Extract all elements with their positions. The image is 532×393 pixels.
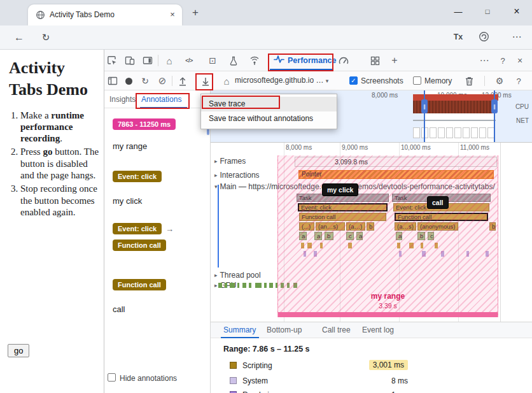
translate-icon[interactable]: Tx <box>451 29 466 45</box>
screenshots-checkbox[interactable]: ✓ <box>349 76 358 85</box>
reload-record-icon[interactable]: ↻ <box>138 74 152 88</box>
flame-bar[interactable]: (an…s) <box>316 222 345 231</box>
screenshot-thumbnail[interactable] <box>438 127 445 138</box>
tab-summary[interactable]: Summary <box>223 325 256 334</box>
browser-menu-icon[interactable]: ⋯ <box>509 29 524 45</box>
annotation-chip-my-click[interactable]: my click <box>322 183 358 196</box>
screenshot-thumbnail[interactable] <box>454 127 461 138</box>
clear-icon[interactable]: ⊘ <box>155 74 169 88</box>
home-tab-icon[interactable]: ⌂ <box>162 54 176 68</box>
range-handle-left[interactable] <box>424 90 425 143</box>
network-tab-icon[interactable] <box>248 54 262 68</box>
annotation-chip-call[interactable]: call <box>427 196 449 209</box>
flame-bar[interactable]: b <box>325 232 333 240</box>
maximize-button[interactable]: □ <box>473 0 502 23</box>
annotation-entry-badge[interactable]: Event: click <box>113 171 162 182</box>
devtools-close-icon[interactable]: × <box>513 54 527 68</box>
flame-bar[interactable]: b <box>417 232 425 240</box>
browser-window: Activity Tabs Demo × + — □ × ← ↻ https:/… <box>0 0 532 393</box>
panel-toggle-icon[interactable] <box>106 74 120 88</box>
flame-bar[interactable]: (a…) <box>346 222 365 231</box>
gear-icon[interactable]: ⚙ <box>493 74 507 88</box>
range-handle-left-grip[interactable]: ∥ <box>421 99 428 113</box>
flame-bar[interactable]: (anonymous) <box>417 222 458 231</box>
annotation-link-to-badge[interactable]: Function call <box>113 239 166 251</box>
menu-item-save-trace-without-annotations[interactable]: Save trace without annotations <box>201 111 337 126</box>
minimize-button[interactable]: — <box>444 0 473 23</box>
flame-bar[interactable]: b <box>489 222 496 231</box>
tab-event-log[interactable]: Event log <box>362 325 394 334</box>
screenshot-thumbnail[interactable] <box>479 127 486 138</box>
flame-bar[interactable]: b <box>367 222 374 231</box>
trash-icon[interactable] <box>462 74 476 88</box>
more-tabs-icon[interactable]: + <box>388 54 402 68</box>
inspect-icon[interactable] <box>105 54 119 68</box>
flame-tick <box>441 251 444 257</box>
screenshot-thumbnail[interactable] <box>430 127 437 138</box>
devtools-help-icon[interactable]: ? <box>496 54 510 68</box>
flame-bar[interactable]: a <box>356 232 363 240</box>
tab-favicon-globe-icon <box>36 10 45 22</box>
track-interactions[interactable]: ▸Interactions <box>214 171 260 180</box>
origin-selector[interactable]: microsoftedge.github.io … ▾ <box>235 76 328 85</box>
dock-side-icon[interactable] <box>141 54 155 68</box>
close-window-button[interactable]: × <box>502 0 531 23</box>
track-thread-pool[interactable]: ▸Thread pool <box>214 271 261 280</box>
flame-bar-event-click[interactable]: Event: click <box>298 203 388 211</box>
memory-checkbox[interactable] <box>413 76 421 85</box>
load-profile-icon[interactable] <box>176 74 190 88</box>
screenshot-thumbnail[interactable] <box>413 127 420 138</box>
ruler-label: 8,000 ms <box>286 144 312 151</box>
tab-close-icon[interactable]: × <box>167 8 178 20</box>
tab-call-tree[interactable]: Call tree <box>322 325 351 334</box>
sources-tab-icon[interactable] <box>227 54 241 68</box>
annotation-range-label[interactable]: my range <box>113 141 147 151</box>
device-emulation-icon[interactable] <box>123 54 137 68</box>
memory-checkbox-label: Memory <box>424 76 452 85</box>
flame-bar[interactable]: a <box>299 232 307 240</box>
flame-bar-function-call[interactable]: Function call <box>395 213 488 221</box>
screenshot-thumbnail[interactable] <box>463 127 470 138</box>
range-handle-right-grip[interactable]: ∥ <box>491 99 498 113</box>
help-icon[interactable]: ? <box>512 74 526 88</box>
console-tab-icon[interactable]: ⊡ <box>206 54 220 68</box>
copilot-icon[interactable] <box>479 31 489 45</box>
tab-insights[interactable]: Insights <box>109 95 136 104</box>
interaction-pointer-bar[interactable]: Pointer <box>298 170 494 179</box>
tab-bottom-up[interactable]: Bottom-up <box>267 325 302 334</box>
annotation-range-badge[interactable]: 7863 - 11250 ms <box>113 118 176 130</box>
frame-block[interactable]: 3,099.8 ms <box>295 157 497 167</box>
flame-bar[interactable]: c <box>346 232 354 240</box>
devtools-more-icon[interactable]: ⋯ <box>477 54 491 68</box>
track-frames[interactable]: ▸Frames <box>214 157 246 166</box>
flame-chart[interactable]: 8,000 ms 9,000 ms 10,000 ms 11,000 ms ▸F… <box>211 143 532 322</box>
flame-bar-function-call[interactable]: Function call <box>299 213 386 221</box>
gpu-tick <box>293 283 297 288</box>
performance-toolbar: ↻ ⊘ ⌂ microsoftedge.github.io … ▾ ✓ Scre… <box>104 71 532 90</box>
browser-tab[interactable]: Activity Tabs Demo × <box>28 4 182 25</box>
hide-annotations-checkbox[interactable] <box>108 373 116 382</box>
flame-bar[interactable]: a <box>314 232 322 240</box>
annotation-link-from-badge[interactable]: Event: click <box>113 223 162 234</box>
flame-bar[interactable]: (a…s) <box>395 222 416 231</box>
screenshot-thumbnail[interactable] <box>471 127 478 138</box>
record-icon[interactable] <box>122 74 136 88</box>
flame-bar[interactable]: (...) <box>299 222 314 231</box>
new-tab-button[interactable]: + <box>188 6 202 20</box>
application-tab-icon[interactable] <box>368 54 382 68</box>
screenshot-thumbnail[interactable] <box>446 127 453 138</box>
flame-bar[interactable]: c <box>428 232 434 240</box>
elements-tab-icon[interactable]: </> <box>182 54 196 68</box>
back-icon[interactable]: ← <box>10 29 28 46</box>
annotation-entry-label[interactable]: my click <box>113 196 142 206</box>
reload-icon[interactable]: ↻ <box>37 29 55 46</box>
range-handle-right[interactable] <box>494 90 495 143</box>
legend-name: Scripting <box>242 361 272 370</box>
annotation-entry-label[interactable]: call <box>113 304 125 314</box>
memory-tab-icon[interactable] <box>337 54 351 68</box>
origin-selector-label: microsoftedge.github.io … <box>235 76 323 85</box>
go-button[interactable]: go <box>8 344 29 357</box>
flame-bar[interactable]: a <box>396 232 402 240</box>
live-metrics-home-icon[interactable]: ⌂ <box>220 74 234 88</box>
annotation-entry-badge[interactable]: Function call <box>113 279 166 290</box>
